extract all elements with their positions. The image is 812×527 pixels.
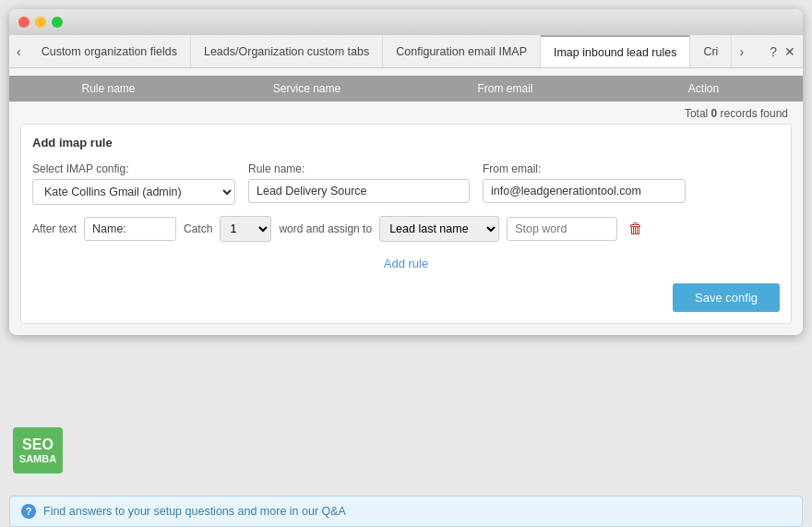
records-count: Total 0 records found [9, 102, 803, 124]
window-close-button[interactable]: ✕ [784, 44, 795, 59]
col-action: Action [604, 82, 803, 95]
col-from-email: From email [406, 82, 604, 95]
form-row-2: After text Catch 1 2 3 word and assign t… [32, 216, 780, 242]
tab-prev-button[interactable]: ‹ [9, 35, 29, 67]
logo-line1: SEO [22, 437, 54, 453]
seosamba-logo: SEO SAMBA [13, 427, 63, 473]
table-header: Rule name Service name From email Action [9, 76, 803, 102]
rule-name-label: Rule name: [248, 162, 470, 175]
add-imap-rule-form: Add imap rule Select IMAP config: Kate C… [20, 124, 792, 324]
rule-name-input[interactable] [248, 179, 470, 203]
tab-custom-org[interactable]: Custom organization fields [29, 35, 191, 67]
rule-name-group: Rule name: [248, 162, 470, 203]
maximize-button[interactable] [52, 17, 63, 28]
form-row-1: Select IMAP config: Kate Collins Gmail (… [32, 162, 780, 205]
help-button[interactable]: ? [770, 44, 777, 59]
titlebar [9, 9, 803, 35]
from-email-group: From email: [483, 162, 686, 203]
from-email-input[interactable] [483, 179, 686, 203]
tab-next-button[interactable]: › [732, 35, 751, 67]
add-rule-row: Add rule [32, 251, 780, 280]
col-rule-name: Rule name [9, 82, 208, 95]
footer-qmark: ? [21, 504, 36, 519]
minimize-button[interactable] [35, 17, 46, 28]
select-imap-input[interactable]: Kate Collins Gmail (admin) [32, 179, 235, 205]
tab-imap-inbound[interactable]: Imap inbound lead rules [541, 35, 690, 67]
close-button[interactable] [18, 17, 30, 28]
tabbar: ‹ Custom organization fields Leads/Organ… [9, 35, 803, 68]
add-rule-link[interactable]: Add rule [384, 257, 428, 270]
after-text-label: After text [32, 222, 77, 235]
tab-cri[interactable]: Cri [690, 35, 732, 67]
delete-rule-button[interactable]: 🗑 [625, 221, 647, 237]
from-email-label: From email: [483, 162, 686, 175]
tab-config-email[interactable]: Configuration email IMAP [383, 35, 541, 67]
save-row: Save config [32, 280, 780, 312]
select-imap-label: Select IMAP config: [32, 162, 235, 175]
stop-word-input[interactable] [507, 217, 617, 241]
save-config-button[interactable]: Save config [673, 283, 780, 312]
tab-leads-org[interactable]: Leads/Organization custom tabs [191, 35, 383, 67]
footer-text: Find answers to your setup questions and… [43, 505, 346, 518]
footer-bar: ? Find answers to your setup questions a… [9, 496, 803, 527]
select-imap-group: Select IMAP config: Kate Collins Gmail (… [32, 162, 235, 205]
assign-select[interactable]: Lead last name [379, 216, 499, 242]
col-service-name: Service name [208, 82, 406, 95]
catch-select[interactable]: 1 2 3 [220, 216, 271, 242]
form-title: Add imap rule [32, 136, 780, 150]
catch-label: Catch [184, 222, 212, 235]
word-assign-label: word and assign to [279, 222, 372, 235]
logo-line2: SAMBA [19, 453, 56, 464]
after-text-input[interactable] [84, 217, 176, 241]
